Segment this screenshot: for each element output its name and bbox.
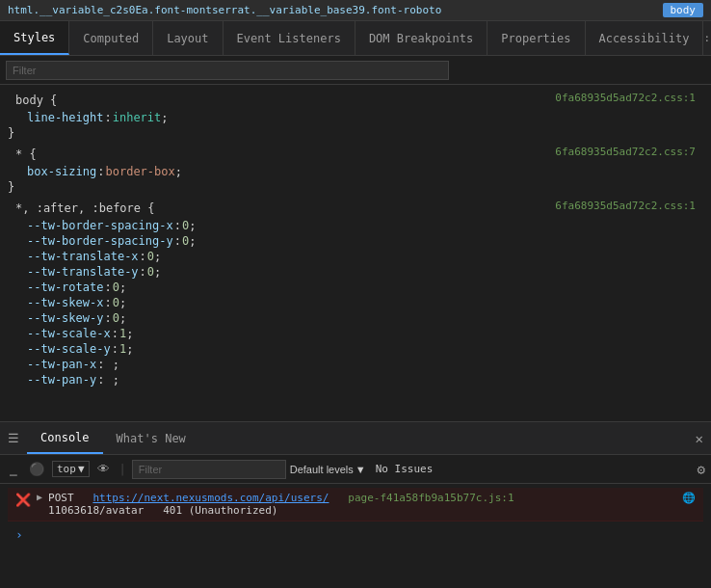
css-val-rotate: 0 <box>113 281 119 294</box>
css-var-scale-y: --tw-scale-y <box>27 342 111 356</box>
css-source-3[interactable]: 6fa68935d5ad72c2.css:1 <box>555 200 703 217</box>
error-message: POST https://next.nexusmods.com/api/user… <box>48 492 676 517</box>
css-var-rotate: --tw-rotate <box>27 281 103 294</box>
url-bar-text: html.__variable_c2s0Ea.font-montserrat._… <box>8 4 659 16</box>
prompt-chevron: › <box>15 527 23 542</box>
console-content: ❌ ▶ POST https://next.nexusmods.com/api/… <box>0 484 711 588</box>
tab-dom-breakpoints[interactable]: DOM Breakpoints <box>356 21 487 55</box>
css-rule-body: body { 0fa68935d5ad72c2.css:1 line-heigh… <box>0 89 711 143</box>
chevron-down-icon2: ▼ <box>356 464 366 475</box>
css-prop-tw-skew-x: --tw-skew-x : 0 ; <box>0 295 711 310</box>
css-prop-lineheight: line-height <box>27 111 103 124</box>
css-prop-tw-scale-y: --tw-scale-y : 1 ; <box>0 341 711 357</box>
console-toolbar: ⎯ ⚫ top ▼ 👁 | Default levels ▼ No Issues… <box>0 455 711 484</box>
tab-computed[interactable]: Computed <box>69 21 153 55</box>
error-rest: 11063618/avatar <box>48 504 144 517</box>
body-badge[interactable]: body <box>663 3 704 17</box>
hov-label[interactable]: :hov <box>703 32 711 44</box>
tab-bar-actions: :hov .cls + ⊡ ⊠ <box>703 21 711 55</box>
tab-event-listeners[interactable]: Event Listeners <box>224 21 356 55</box>
css-value-borderbox: border-box <box>105 165 174 178</box>
css-prop-tw-translate-y: --tw-translate-y : 0 ; <box>0 264 711 280</box>
css-value-inherit: inherit <box>113 111 162 124</box>
css-rule-after-before: *, :after, :before { 6fa68935d5ad72c2.cs… <box>0 197 711 389</box>
top-label: top <box>57 463 76 475</box>
default-levels-label: Default levels <box>290 464 354 475</box>
css-colon-1: : <box>104 111 111 124</box>
error-source[interactable]: page-f41a58fb9a15b77c.js:1 <box>348 492 514 504</box>
error-url-link[interactable]: https://next.nexusmods.com/api/users/ <box>92 492 329 504</box>
bottom-panel-toggle[interactable]: ☰ <box>0 422 27 454</box>
css-prop-tw-rotate: --tw-rotate : 0 ; <box>0 280 711 295</box>
css-val-scale-x: 1 <box>119 327 126 340</box>
default-levels-button[interactable]: Default levels ▼ <box>290 464 366 475</box>
clear-console-button[interactable]: ⎯ <box>6 460 21 478</box>
css-val-translate-x: 0 <box>147 250 154 263</box>
css-closing-2: } <box>0 179 711 195</box>
tab-layout[interactable]: Layout <box>153 21 223 55</box>
css-val-translate-y: 0 <box>147 265 154 279</box>
eye-button[interactable]: 👁 <box>93 460 114 478</box>
css-var-skew-x: --tw-skew-x <box>27 296 103 309</box>
error-status: 401 (Unauthorized) <box>163 504 277 517</box>
css-val-scale-y: 1 <box>119 342 126 356</box>
css-prop-tw-pan-y: --tw-pan-y : ; <box>0 372 711 388</box>
css-val-pan-y <box>105 373 112 387</box>
error-method: POST <box>48 492 74 504</box>
console-filter-input[interactable] <box>132 460 286 479</box>
css-var-border-y: --tw-border-spacing-y <box>27 234 173 248</box>
css-selector-after-before: *, :after, :before { <box>8 200 163 217</box>
error-icon: ❌ <box>15 493 31 507</box>
css-selector-star: * { <box>8 146 44 163</box>
css-prop-tw-border-x: --tw-border-spacing-x : 0 ; <box>0 218 711 233</box>
css-var-translate-x: --tw-translate-x <box>27 250 139 263</box>
css-var-scale-x: --tw-scale-x <box>27 327 111 340</box>
error-expand-arrow[interactable]: ▶ <box>37 492 42 502</box>
tab-whats-new[interactable]: What's New <box>103 422 199 454</box>
settings-gear-icon[interactable]: ⚙ <box>698 462 705 477</box>
css-selector-body: body { <box>8 92 65 109</box>
top-context-selector[interactable]: top ▼ <box>52 461 90 477</box>
css-prop-boxsizing: box-sizing <box>27 165 96 178</box>
css-val-skew-x: 0 <box>113 296 119 309</box>
css-val-border-x: 0 <box>182 219 189 232</box>
filter-bar <box>0 56 711 85</box>
url-bar: html.__variable_c2s0Ea.font-montserrat._… <box>0 0 711 21</box>
tab-console[interactable]: Console <box>27 422 103 454</box>
filter-input[interactable] <box>6 61 449 80</box>
css-prop-line-lineheight: line-height : inherit ; <box>0 110 711 125</box>
css-var-translate-y: --tw-translate-y <box>27 265 139 279</box>
tab-properties[interactable]: Properties <box>487 21 585 55</box>
css-prop-tw-border-y: --tw-border-spacing-y : 0 ; <box>0 233 711 249</box>
bottom-panel: ☰ Console What's New ✕ ⎯ ⚫ top ▼ 👁 | Def… <box>0 422 711 588</box>
tab-styles[interactable]: Styles <box>0 21 69 55</box>
no-issues-label: No Issues <box>370 461 439 477</box>
network-icon[interactable]: 🌐 <box>682 492 696 504</box>
chevron-down-icon: ▼ <box>78 463 85 475</box>
devtools-tab-bar: Styles Computed Layout Event Listeners D… <box>0 21 711 56</box>
css-panel: body { 0fa68935d5ad72c2.css:1 line-heigh… <box>0 85 711 422</box>
css-var-skew-y: --tw-skew-y <box>27 311 103 325</box>
css-source-2[interactable]: 6fa68935d5ad72c2.css:7 <box>555 146 703 163</box>
css-prop-tw-skew-y: --tw-skew-y : 0 ; <box>0 310 711 326</box>
tab-accessibility[interactable]: Accessibility <box>586 21 704 55</box>
css-closing-1: } <box>0 125 711 141</box>
css-prop-line-boxsizing: box-sizing : border-box ; <box>0 164 711 179</box>
bottom-tab-bar: ☰ Console What's New ✕ <box>0 422 711 455</box>
css-val-pan-x <box>105 358 112 371</box>
block-button[interactable]: ⚫ <box>25 460 48 478</box>
css-var-pan-x: --tw-pan-x <box>27 358 96 371</box>
bottom-panel-close[interactable]: ✕ <box>696 422 711 454</box>
css-prop-tw-scale-x: --tw-scale-x : 1 ; <box>0 326 711 341</box>
css-var-pan-y: --tw-pan-y <box>27 373 96 387</box>
css-rule-star: * { 6fa68935d5ad72c2.css:7 box-sizing : … <box>0 143 711 197</box>
css-source-1[interactable]: 0fa68935d5ad72c2.css:1 <box>555 92 703 109</box>
css-prop-tw-translate-x: --tw-translate-x : 0 ; <box>0 249 711 264</box>
css-val-skew-y: 0 <box>113 311 119 325</box>
console-prompt[interactable]: › <box>8 521 703 548</box>
css-prop-tw-pan-x: --tw-pan-x : ; <box>0 357 711 372</box>
console-error-row: ❌ ▶ POST https://next.nexusmods.com/api/… <box>8 488 703 521</box>
css-var-border-x: --tw-border-spacing-x <box>27 219 173 232</box>
css-val-border-y: 0 <box>182 234 189 248</box>
